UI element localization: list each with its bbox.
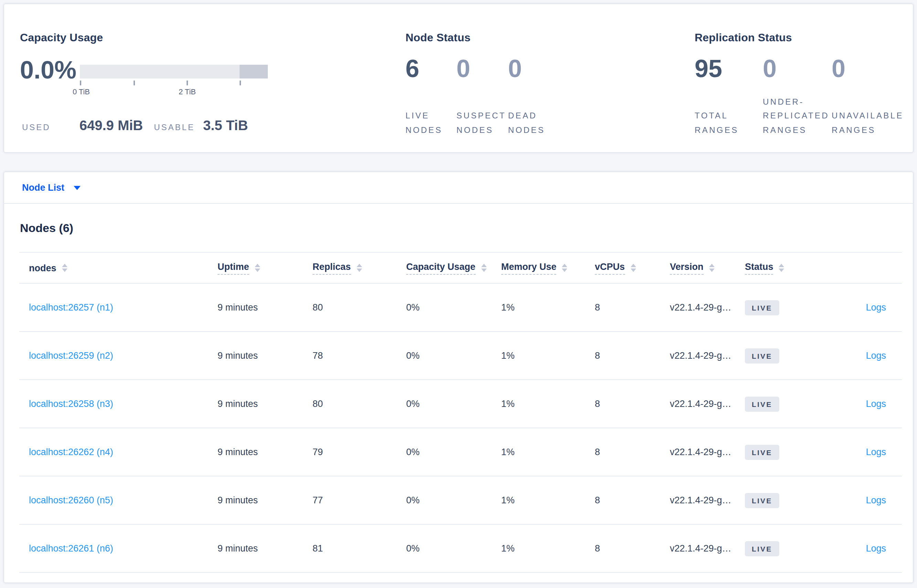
capacity-cell: 0%: [406, 495, 501, 506]
replication-status-title: Replication Status: [695, 32, 792, 44]
status-badge: LIVE: [745, 444, 779, 460]
axis-tick-label: 0 TiB: [61, 87, 102, 96]
memory-cell: 1%: [501, 399, 595, 409]
column-header-memory-use[interactable]: Memory Use: [501, 261, 595, 275]
vcpus-cell: 8: [595, 351, 670, 361]
vcpus-cell: 8: [595, 399, 670, 409]
unavailable-ranges-stat: 0 UNAVAILABLE RANGES: [831, 55, 909, 137]
capacity-bar-dark-segment: [240, 65, 268, 79]
node-link[interactable]: localhost:26261 (n6): [29, 543, 113, 554]
sort-icon: [481, 264, 486, 272]
axis-tick: [134, 81, 135, 86]
nodes-section-heading: Nodes (6): [20, 221, 913, 236]
unavailable-label: UNAVAILABLE RANGES: [831, 109, 909, 137]
node-status-title: Node Status: [405, 32, 471, 44]
memory-cell: 1%: [501, 543, 595, 554]
replicas-cell: 80: [313, 302, 406, 313]
replicas-cell: 78: [313, 351, 406, 361]
under-replicated-label: UNDER-REPLICATED RANGES: [763, 95, 834, 137]
node-link[interactable]: localhost:26259 (n2): [29, 351, 113, 361]
replicas-cell: 80: [313, 399, 406, 409]
sort-icon: [62, 264, 68, 272]
capacity-cell: 0%: [406, 302, 501, 313]
unavailable-value: 0: [831, 55, 909, 82]
live-nodes-value: 6: [405, 55, 451, 82]
uptime-cell: 9 minutes: [218, 447, 313, 457]
used-value: 649.9 MiB: [79, 118, 143, 134]
column-header-uptime[interactable]: Uptime: [218, 261, 313, 275]
live-nodes-stat: 6 LIVE NODES: [405, 55, 451, 137]
sort-icon: [255, 264, 260, 272]
logs-link[interactable]: Logs: [866, 351, 886, 361]
column-header-nodes[interactable]: nodes: [29, 263, 218, 273]
column-header-vcpus[interactable]: vCPUs: [595, 261, 670, 275]
usable-value: 3.5 TiB: [203, 118, 248, 134]
capacity-usage-title: Capacity Usage: [20, 32, 103, 44]
status-badge: LIVE: [745, 493, 779, 508]
status-badge: LIVE: [745, 396, 779, 411]
node-link[interactable]: localhost:26262 (n4): [29, 447, 113, 457]
nodes-table: nodes Uptime Replicas Capacity Usage Mem…: [19, 252, 902, 573]
uptime-cell: 9 minutes: [218, 302, 313, 313]
version-cell: v22.1.4-29-g…: [670, 447, 745, 457]
column-header-replicas[interactable]: Replicas: [313, 261, 406, 275]
view-switcher-dropdown[interactable]: Node List: [4, 172, 913, 204]
vcpus-cell: 8: [595, 543, 670, 554]
capacity-cell: 0%: [406, 399, 501, 409]
capacity-percent: 0.0%: [20, 57, 76, 84]
vcpus-cell: 8: [595, 447, 670, 457]
logs-link[interactable]: Logs: [866, 447, 886, 457]
logs-link[interactable]: Logs: [866, 399, 886, 409]
version-cell: v22.1.4-29-g…: [670, 495, 745, 506]
column-header-capacity-usage[interactable]: Capacity Usage: [406, 261, 501, 275]
status-badge: LIVE: [745, 541, 779, 556]
node-link[interactable]: localhost:26258 (n3): [29, 399, 113, 409]
cluster-overview-page: Capacity Usage 0.0% 0 TiB 2 TiB USED 649…: [0, 0, 917, 588]
table-row: localhost:26261 (n6) 9 minutes 81 0% 1% …: [19, 525, 902, 573]
version-cell: v22.1.4-29-g…: [670, 543, 745, 554]
version-cell: v22.1.4-29-g…: [670, 399, 745, 409]
sort-icon: [779, 264, 785, 272]
capacity-cell: 0%: [406, 447, 501, 457]
suspect-nodes-stat: 0 SUSPECT NODES: [457, 55, 507, 137]
used-label: USED: [22, 123, 51, 132]
memory-cell: 1%: [501, 495, 595, 506]
vcpus-cell: 8: [595, 302, 670, 313]
memory-cell: 1%: [501, 302, 595, 313]
table-row: localhost:26259 (n2) 9 minutes 78 0% 1% …: [19, 332, 902, 380]
replicas-cell: 81: [313, 543, 406, 554]
version-cell: v22.1.4-29-g…: [670, 302, 745, 313]
sort-icon: [630, 264, 636, 272]
dead-nodes-stat: 0 DEAD NODES: [508, 55, 563, 137]
status-badge: LIVE: [745, 348, 779, 363]
chevron-down-icon: [73, 186, 80, 190]
suspect-nodes-value: 0: [457, 55, 507, 82]
capacity-usage-bar: [80, 65, 268, 79]
vcpus-cell: 8: [595, 495, 670, 506]
replicas-cell: 77: [313, 495, 406, 506]
node-link[interactable]: localhost:26260 (n5): [29, 495, 113, 506]
version-cell: v22.1.4-29-g…: [670, 351, 745, 361]
table-row: localhost:26258 (n3) 9 minutes 80 0% 1% …: [19, 380, 902, 428]
usable-label: USABLE: [154, 123, 195, 132]
table-row: localhost:26260 (n5) 9 minutes 77 0% 1% …: [19, 477, 902, 525]
column-header-status[interactable]: Status: [745, 261, 828, 275]
capacity-cell: 0%: [406, 351, 501, 361]
column-header-version[interactable]: Version: [670, 261, 745, 275]
table-header-row: nodes Uptime Replicas Capacity Usage Mem…: [19, 253, 902, 284]
axis-tick: [80, 81, 81, 86]
memory-cell: 1%: [501, 351, 595, 361]
logs-link[interactable]: Logs: [866, 302, 886, 313]
under-replicated-value: 0: [763, 55, 834, 82]
axis-tick-label: 2 TiB: [166, 87, 208, 96]
replicas-cell: 79: [313, 447, 406, 457]
node-list-panel: Node List Nodes (6) nodes Uptime Replica…: [3, 171, 914, 583]
suspect-nodes-label: SUSPECT NODES: [457, 109, 507, 137]
sort-icon: [562, 264, 568, 272]
view-switcher-label: Node List: [22, 183, 65, 193]
logs-link[interactable]: Logs: [866, 495, 886, 506]
logs-link[interactable]: Logs: [866, 543, 886, 554]
node-link[interactable]: localhost:26257 (n1): [29, 302, 113, 313]
sort-icon: [709, 264, 715, 272]
sort-icon: [356, 264, 362, 272]
